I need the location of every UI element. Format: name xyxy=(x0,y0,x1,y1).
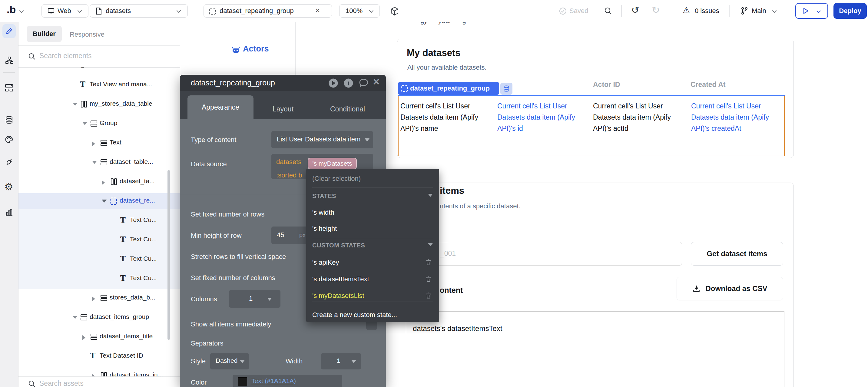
trash-icon[interactable] xyxy=(425,292,432,299)
chevron-down-icon[interactable] xyxy=(73,103,78,106)
menu-item-mydatasetslist[interactable]: 's myDatasetsList xyxy=(312,292,364,300)
tree-item-text-cu-4[interactable]: TText Cu... xyxy=(18,271,180,287)
tree-item-text-datasets[interactable]: TText Datasets xyxy=(18,67,180,73)
close-icon[interactable]: × xyxy=(373,75,379,88)
dataset-content-box[interactable]: datasets's datasetItemsText xyxy=(406,311,784,387)
tree-item-text-view[interactable]: TText View and mana... xyxy=(18,77,180,93)
sidebar-item-design[interactable] xyxy=(2,24,16,38)
close-icon[interactable]: × xyxy=(315,6,320,15)
chevron-right-icon[interactable] xyxy=(92,141,95,146)
chevron-right-icon[interactable] xyxy=(92,374,95,377)
search-assets-field[interactable]: Search assets xyxy=(18,377,180,387)
separator-color-picker[interactable]: Text (#1A1A1A) xyxy=(232,375,342,387)
tree-item-text-group[interactable]: Text xyxy=(18,135,180,151)
chevron-down-icon[interactable] xyxy=(73,316,78,319)
tree-item-dataset-repeating-group-selected[interactable]: dataset_re... xyxy=(18,193,180,209)
cell-id-expression[interactable]: Current cell's List User Datasets data i… xyxy=(497,100,582,134)
search-elements-field[interactable]: Search elements xyxy=(18,46,180,67)
component-mode-icon[interactable] xyxy=(391,7,399,16)
chevron-down-icon[interactable] xyxy=(102,199,106,202)
bubble-logo[interactable]: .b xyxy=(7,4,16,15)
selected-element-chip[interactable]: dataset_repeating_group xyxy=(398,82,499,95)
open-tab[interactable]: dataset_repeating_group × xyxy=(204,4,332,18)
dataset-items-heading: items xyxy=(440,185,464,196)
chevron-down-icon[interactable] xyxy=(92,161,97,164)
cell-actid-expression[interactable]: Current cell's List User Datasets data i… xyxy=(593,100,674,134)
chevron-right-icon[interactable] xyxy=(92,296,95,301)
branch-name[interactable]: Main xyxy=(752,7,766,15)
sidebar-item-database[interactable] xyxy=(5,116,13,124)
comment-icon[interactable] xyxy=(359,78,369,88)
cell-name-expression[interactable]: Current cell's List User Datasets data i… xyxy=(400,100,491,134)
stretch-rows-label: Stretch rows to fill vertical space xyxy=(191,253,286,261)
tree-item-text-cu-3[interactable]: TText Cu... xyxy=(18,251,180,267)
tab-conditional[interactable]: Conditional xyxy=(330,105,365,113)
menu-item-create-custom-state[interactable]: Create a new custom state... xyxy=(312,311,397,319)
menu-item-clear-selection[interactable]: (Clear selection) xyxy=(312,175,361,183)
tree-item-dataset-items-in[interactable]: dataset_items_in... xyxy=(18,367,180,377)
chevron-down-icon[interactable] xyxy=(772,8,777,13)
search-icon xyxy=(28,380,36,387)
tab-builder[interactable]: Builder xyxy=(27,26,62,42)
run-element-icon[interactable] xyxy=(328,78,338,88)
sidebar-item-workflow[interactable] xyxy=(5,56,13,65)
color-value-link[interactable]: Text (#1A1A1A) xyxy=(251,377,296,385)
trash-icon[interactable] xyxy=(425,259,432,266)
tab-layout[interactable]: Layout xyxy=(273,105,293,113)
undo-icon[interactable]: ↺ xyxy=(631,4,639,16)
chevron-right-icon[interactable] xyxy=(82,335,85,340)
trash-icon[interactable] xyxy=(425,275,432,283)
get-dataset-items-button[interactable]: Get dataset items xyxy=(691,242,783,265)
tree-scrollbar[interactable] xyxy=(167,170,170,340)
separator-style-dropdown[interactable]: Dashed xyxy=(210,353,249,369)
tree-item-dataset-table[interactable]: dataset_table... xyxy=(18,155,180,170)
preview-run-button[interactable] xyxy=(795,3,828,19)
menu-item-apikey[interactable]: 's apiKey xyxy=(312,259,339,266)
tree-item-text-dataset-id[interactable]: TText Dataset ID xyxy=(18,348,180,364)
deploy-button[interactable]: Deploy xyxy=(834,3,867,19)
type-of-content-dropdown[interactable]: List User Datasets data item xyxy=(271,131,373,149)
sidebar-item-settings[interactable]: ⚙ xyxy=(4,182,13,192)
expression-token-mydatasets[interactable]: 's myDatasets xyxy=(308,158,357,169)
tree-item-dataset-items-title[interactable]: dataset_items_title xyxy=(18,329,180,345)
show-all-label: Show all items immediately xyxy=(191,320,271,328)
tree-item-dataset-ta[interactable]: dataset_ta... xyxy=(18,174,180,190)
sidebar-item-components[interactable] xyxy=(4,83,13,92)
menu-header-custom-states[interactable]: CUSTOM STATES xyxy=(312,242,365,249)
tree-item-text-cu-1[interactable]: TText Cu... xyxy=(18,213,180,228)
column-header-created-at: Created At xyxy=(690,80,725,89)
tree-item-dataset-items-group[interactable]: dataset_items_group xyxy=(18,310,180,325)
chevron-right-icon[interactable] xyxy=(102,180,105,185)
chevron-down-icon[interactable] xyxy=(82,122,87,125)
tree-item-my-stores-data-table[interactable]: my_stores_data_table xyxy=(18,96,180,112)
tab-appearance[interactable]: Appearance xyxy=(187,95,253,119)
info-icon[interactable]: i xyxy=(343,78,353,88)
menu-header-states[interactable]: STATES xyxy=(312,193,336,199)
search-icon[interactable] xyxy=(604,7,612,15)
cell-createdat-expression[interactable]: Current cell's List User Datasets data i… xyxy=(691,100,785,134)
sidebar-item-logs[interactable] xyxy=(5,208,13,216)
tree-item-stores-data-b[interactable]: stores_data_b... xyxy=(18,290,180,306)
menu-item-width[interactable]: 's width xyxy=(312,208,334,217)
tab-responsive[interactable]: Responsive xyxy=(70,31,104,38)
tree-item-group[interactable]: Group xyxy=(18,116,180,131)
sidebar-item-styles[interactable] xyxy=(4,135,13,144)
menu-item-height[interactable]: 's height xyxy=(312,225,337,232)
issues-count[interactable]: 0 issues xyxy=(695,7,719,15)
dialog-header[interactable]: dataset_repeating_group i × xyxy=(180,75,386,91)
tab-layout-label: Layout xyxy=(273,105,293,113)
page-dropdown[interactable]: datasets xyxy=(90,4,188,18)
sidebar-item-plugins[interactable] xyxy=(4,158,13,167)
columns-dropdown[interactable]: 1 xyxy=(229,290,280,308)
tree-item-text-cu-2[interactable]: TText Cu... xyxy=(18,232,180,248)
chevron-down-icon xyxy=(369,8,373,13)
menu-item-datasetitemstext[interactable]: 's datasetItemsText xyxy=(312,275,369,283)
data-source-badge[interactable] xyxy=(500,83,513,95)
chevron-down-icon[interactable] xyxy=(20,8,24,13)
zoom-dropdown[interactable]: 100% xyxy=(339,4,380,18)
app-mode-dropdown[interactable]: Web xyxy=(41,4,88,18)
dataset-id-input[interactable]: _001 xyxy=(406,242,682,265)
separator-width-dropdown[interactable]: 1 xyxy=(321,353,361,369)
download-csv-button[interactable]: Download as CSV xyxy=(677,277,783,300)
redo-icon[interactable]: ↻ xyxy=(652,4,660,16)
